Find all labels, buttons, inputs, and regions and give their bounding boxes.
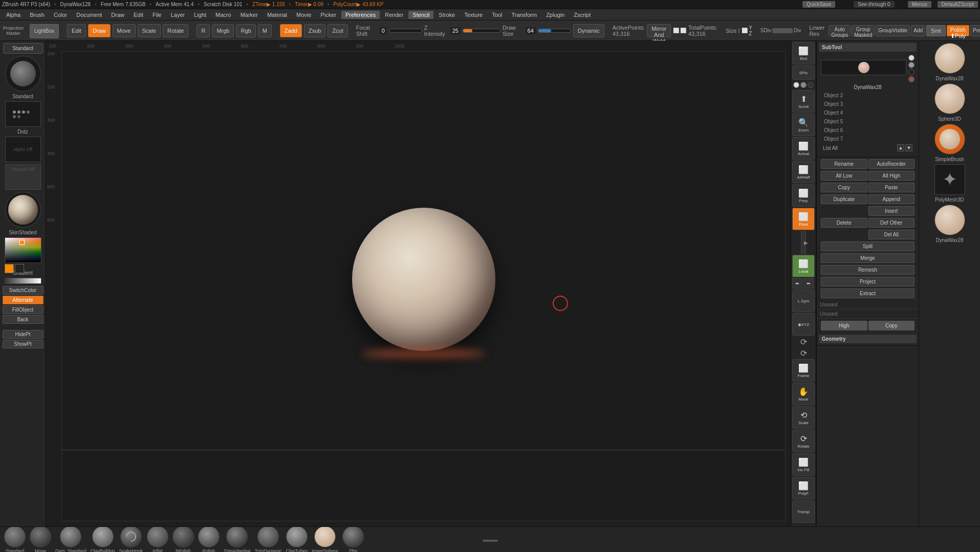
brush-insert-sphere[interactable]: InsertSphere (311, 526, 339, 552)
lsym-btn[interactable]: L.Sym (792, 290, 815, 312)
subtool-item-3[interactable]: Object 3 (821, 100, 914, 108)
brush-polish[interactable]: Polish (197, 526, 221, 552)
see-through[interactable]: See-through 0 (854, 1, 894, 8)
brush-zre[interactable]: ZRe (341, 526, 365, 552)
brush-clay-buildup[interactable]: ClayBuildup (90, 526, 116, 552)
menu-layer[interactable]: Layer (167, 11, 189, 19)
local-btn[interactable]: ⬜ Local (792, 255, 815, 277)
subtool-header[interactable]: SubTool (819, 43, 917, 52)
subtool-item-4[interactable]: Object 4 (821, 108, 914, 117)
brush-move[interactable]: Move (29, 526, 52, 552)
menu-color[interactable]: Color (50, 11, 71, 19)
default-zscript[interactable]: DefaultZScript (938, 1, 978, 8)
def-other-btn[interactable]: Def Other (868, 218, 915, 228)
paste-btn[interactable]: Paste (868, 183, 915, 192)
menu-transform[interactable]: Transform (507, 11, 541, 19)
show-pt-btn[interactable]: ShowPt (3, 340, 43, 348)
simple-brush-icon[interactable] (934, 124, 965, 154)
focal-shift-slider[interactable]: Focal Shift 0 (356, 25, 422, 37)
delete-btn[interactable]: Delete (821, 218, 867, 228)
draw-size-slider[interactable]: Draw Size 64 (503, 25, 571, 37)
auto-groups-button[interactable]: Auto Groups (829, 25, 851, 36)
z-intensity-slider[interactable]: Z Intensity 25 (424, 25, 500, 37)
mirror-weld-button[interactable]: Mirror And Weld (647, 24, 671, 37)
texture-preview[interactable]: Texture Off (5, 164, 41, 190)
lsym-arrow2[interactable]: ⬅ (803, 278, 814, 289)
rename-btn[interactable]: Rename (821, 159, 867, 169)
brush-clay-tubes[interactable]: ClayTubes (285, 526, 309, 552)
menu-stencil[interactable]: Stencil (408, 11, 433, 19)
menu-movie[interactable]: Movie (292, 11, 315, 19)
menu-zplugin[interactable]: Zplugin (542, 11, 569, 19)
all-low-btn[interactable]: All Low (821, 171, 867, 181)
gradient-bar[interactable] (5, 278, 41, 284)
menu-light[interactable]: Light (190, 11, 210, 19)
move-tool-btn[interactable]: ✋ Move (792, 383, 815, 405)
duplicate-btn[interactable]: Duplicate (821, 194, 867, 204)
copy-btn[interactable]: Copy (821, 183, 867, 192)
insert-btn[interactable]: Insert (868, 206, 915, 216)
dotz-preview[interactable] (5, 101, 41, 127)
remesh-btn[interactable]: Remesh (821, 265, 914, 275)
menu-picker[interactable]: Picker (316, 11, 340, 19)
quick-save[interactable]: QuickSave (802, 1, 835, 8)
append-btn[interactable]: Append (868, 194, 915, 204)
project-btn[interactable]: Project (821, 277, 914, 286)
menu-material[interactable]: Material (263, 11, 291, 19)
lsym-arrow1[interactable]: ⬅ (792, 278, 802, 289)
smt-button[interactable]: Smt (926, 25, 946, 36)
edit-button[interactable]: Edit (67, 24, 86, 37)
del-all-btn[interactable]: Del All (868, 230, 915, 239)
switch-color-btn[interactable]: SwitchColor (3, 286, 43, 295)
menu-tool[interactable]: Tool (488, 11, 506, 19)
canvas-viewport[interactable] (61, 51, 786, 521)
merge-btn[interactable]: Merge (821, 253, 914, 263)
menu-edit[interactable]: Edit (129, 11, 147, 19)
aahalf-btn[interactable]: ⬜ AAHalf (792, 161, 815, 183)
menu-macro[interactable]: Macro (211, 11, 235, 19)
add-button[interactable]: Add (911, 25, 925, 36)
menu-marker[interactable]: Marker (236, 11, 262, 19)
zadd-button[interactable]: Zadd (280, 24, 302, 37)
rotate-tool-btn[interactable]: ⟳ Rotate (792, 430, 815, 452)
color-picker[interactable] (5, 237, 41, 268)
standard-brush-preview[interactable] (5, 56, 41, 92)
menu-draw[interactable]: Draw (107, 11, 128, 19)
all-high-btn[interactable]: All High (868, 171, 915, 181)
brush-trim-adaptive[interactable]: TrimAdaptive (223, 526, 252, 552)
menus-btn[interactable]: Menus (908, 1, 931, 8)
alpha-preview[interactable]: Alpha Off (5, 137, 41, 162)
expand-arrow[interactable]: ▶ (801, 231, 806, 254)
polyf-btn[interactable]: ⬜ PolyF (792, 477, 815, 499)
brush-inflat[interactable]: Inflat (146, 526, 169, 552)
actual-btn[interactable]: ⬜ Actual (792, 137, 815, 160)
perp-btn[interactable]: ⬜ Perp (792, 184, 815, 207)
hide-pt-btn[interactable]: HidePt (3, 330, 43, 339)
menu-preferences[interactable]: Preferences (341, 11, 380, 19)
mrgb-button[interactable]: Mrgb (212, 24, 234, 37)
high-btn[interactable]: High (821, 321, 867, 330)
scale-tool-btn[interactable]: ⟲ Scale (792, 406, 815, 429)
split-btn[interactable]: Split (821, 241, 914, 251)
zoom-btn[interactable]: 🔍 Zoom (792, 114, 815, 136)
back-btn[interactable]: Back (3, 315, 43, 324)
menu-document[interactable]: Document (72, 11, 106, 19)
alternate-btn[interactable]: Alternate (3, 296, 43, 304)
size-slider[interactable] (738, 28, 739, 33)
lightbox-button[interactable]: LightBox (30, 24, 59, 38)
menu-brush[interactable]: Brush (26, 11, 49, 19)
brush-snake-hook[interactable]: SnakeHook (118, 526, 144, 552)
m-button[interactable]: M (258, 24, 272, 37)
brush-dam-standard[interactable]: Dam_Standard (54, 526, 88, 552)
menu-file[interactable]: File (148, 11, 166, 19)
draw-button[interactable]: Draw (88, 24, 111, 37)
zcut-button[interactable]: Zcut (328, 24, 347, 37)
xyz-btn[interactable]: ◉XYZ (792, 313, 815, 336)
subtool-item-5[interactable]: Object 5 (821, 117, 914, 126)
r-button[interactable]: R (197, 24, 210, 37)
extract-btn[interactable]: Extract (821, 289, 914, 298)
transp-btn[interactable]: Transp (792, 500, 815, 523)
auto-reorder-btn[interactable]: AutoReorder (868, 159, 915, 169)
sdiv-slider[interactable] (772, 28, 793, 33)
fill-object-btn[interactable]: FillObject (3, 305, 43, 314)
